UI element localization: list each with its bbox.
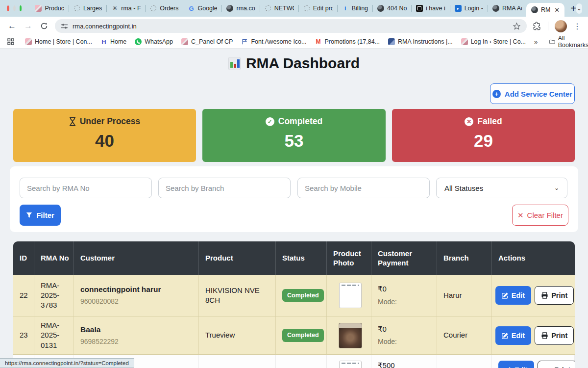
tab-orders[interactable]: Orders bbox=[146, 0, 183, 17]
tab-largest[interactable]: Larges bbox=[69, 0, 106, 17]
reload-button[interactable] bbox=[40, 22, 48, 30]
edit-button[interactable]: Edit bbox=[495, 286, 531, 305]
forward-button[interactable]: → bbox=[24, 21, 32, 31]
product-photo-thumbnail[interactable] bbox=[339, 361, 362, 368]
tab-active-rma[interactable]: RM ✕ bbox=[526, 3, 564, 17]
status-select[interactable]: All Statuses ⌄ bbox=[436, 178, 567, 198]
loading-favicon-icon bbox=[74, 5, 80, 12]
tab-rma-f[interactable]: ✳rma - F bbox=[107, 0, 145, 17]
window-minimize-button[interactable] bbox=[13, 5, 16, 11]
print-button[interactable]: Print bbox=[535, 326, 574, 345]
clear-filter-button[interactable]: ✕ Clear Filter bbox=[512, 205, 568, 226]
cell-actions: Edit Print bbox=[492, 275, 575, 316]
bookmark-rma-instructions[interactable]: RMA Instructions |... bbox=[388, 38, 453, 45]
tab-close-icon[interactable]: ✕ bbox=[554, 6, 560, 14]
store-favicon-icon bbox=[181, 38, 188, 45]
cell-customer: connectingpoint harur 9600820082 bbox=[74, 275, 199, 316]
tab-label: Billing bbox=[352, 5, 368, 12]
stat-card-under-process[interactable]: Under Process 40 bbox=[13, 109, 196, 162]
tab-label: NETWO bbox=[274, 5, 294, 12]
bookmark-fontawesome[interactable]: Font Awesome Ico... bbox=[241, 38, 306, 45]
tab-search-chevron-icon[interactable]: ⌄ bbox=[576, 3, 582, 14]
tabs-container: Produc Larges ✳rma - F Orders GGoogle rm… bbox=[30, 0, 564, 17]
tab-label: RM bbox=[541, 6, 550, 13]
payment-mode: Mode: bbox=[378, 337, 433, 346]
status-badge: Completed bbox=[282, 289, 324, 302]
table-header-row: ID RMA No Customer Product Status Produc… bbox=[13, 241, 575, 275]
new-tab-button[interactable]: + bbox=[570, 3, 576, 14]
bookmark-label: Font Awesome Ico... bbox=[251, 38, 306, 45]
customer-name: Baala bbox=[80, 325, 195, 335]
bar-chart-icon bbox=[228, 57, 241, 70]
header-customer-payment: Customer Payment bbox=[371, 241, 437, 275]
stat-card-completed[interactable]: ✓ Completed 53 bbox=[202, 109, 386, 162]
payment-amount: ₹0 bbox=[378, 284, 433, 294]
product-photo-thumbnail[interactable] bbox=[339, 283, 362, 308]
extensions-puzzle-icon[interactable] bbox=[533, 22, 541, 30]
header-branch: Branch bbox=[437, 241, 492, 275]
back-button[interactable]: ← bbox=[8, 21, 16, 31]
globe-favicon-icon bbox=[226, 5, 233, 12]
print-button[interactable]: Print bbox=[538, 361, 575, 368]
add-service-center-button[interactable]: + Add Service Center bbox=[490, 83, 575, 104]
print-label: Print bbox=[551, 332, 567, 340]
bookmark-promotions[interactable]: MPromotions (17,84... bbox=[315, 38, 380, 45]
bookmark-cpanel[interactable]: C_Panel Of CP bbox=[181, 38, 233, 45]
stat-card-failed[interactable]: ✕ Failed 29 bbox=[392, 109, 575, 162]
bookmark-label: C_Panel Of CP bbox=[191, 38, 233, 45]
loading-favicon-icon bbox=[303, 5, 310, 12]
payment-amount: ₹0 bbox=[378, 324, 433, 334]
tab-rma-co[interactable]: rma.co bbox=[222, 0, 259, 17]
url-text[interactable]: rma.connectingpoint.in bbox=[73, 23, 137, 30]
tab-google[interactable]: GGoogle bbox=[183, 0, 221, 17]
address-bar[interactable]: rma.connectingpoint.in bbox=[55, 19, 527, 33]
bookmarks-overflow-chevron-icon[interactable]: » bbox=[534, 38, 538, 46]
plus-circle-icon: + bbox=[492, 90, 501, 98]
cell-customer: Baala 9698522292 bbox=[74, 316, 199, 354]
tab-product[interactable]: Produc bbox=[30, 0, 69, 17]
header-status: Status bbox=[276, 241, 327, 275]
print-label: Print bbox=[554, 366, 570, 368]
apps-grid-icon[interactable] bbox=[7, 38, 14, 45]
bookmark-whatsapp[interactable]: WhatsApp bbox=[135, 38, 173, 45]
tab-network[interactable]: NETWO bbox=[260, 0, 298, 17]
chrome-menu-icon[interactable]: ⋮ bbox=[573, 22, 581, 31]
store-favicon-icon bbox=[25, 38, 32, 45]
product-photo-thumbnail[interactable] bbox=[339, 323, 362, 348]
tab-label: RMA Ac bbox=[502, 5, 522, 12]
print-button[interactable]: Print bbox=[535, 286, 574, 305]
window-close-button[interactable] bbox=[7, 5, 9, 11]
bookmark-home[interactable]: HHome bbox=[100, 38, 126, 45]
window-zoom-button[interactable] bbox=[20, 5, 22, 11]
filter-panel: All Statuses ⌄ Filter ✕ Clear Filter bbox=[10, 166, 578, 232]
search-branch-input[interactable] bbox=[158, 178, 291, 198]
bookmark-home-store[interactable]: Home | Store | Con... bbox=[25, 38, 92, 45]
tab-404[interactable]: 404 No bbox=[373, 0, 411, 17]
bookmark-login-store[interactable]: Log In ‹ Store | Co... bbox=[461, 38, 526, 45]
search-rma-input[interactable] bbox=[20, 178, 152, 198]
globe-favicon-icon bbox=[377, 5, 384, 12]
tab-label: i have i bbox=[426, 5, 445, 12]
tab-i-have[interactable]: i have i bbox=[412, 0, 450, 17]
tab-login[interactable]: ▸Login - bbox=[450, 0, 488, 17]
tab-rma-ac[interactable]: RMA Ac bbox=[488, 0, 526, 17]
edit-button[interactable]: Edit bbox=[495, 326, 531, 345]
status-bar-url: https://rma.connectingpoint.in/?status=C… bbox=[0, 358, 134, 368]
bookmark-label: Home | Store | Con... bbox=[35, 38, 92, 45]
search-mobile-input[interactable] bbox=[297, 178, 430, 198]
bookmark-star-icon[interactable] bbox=[513, 22, 521, 30]
all-bookmarks-button[interactable]: All Bookmarks bbox=[549, 35, 588, 49]
browser-toolbar: ← → rma.connectingpoint.in ⋮ bbox=[0, 17, 588, 35]
edit-button[interactable]: Edit bbox=[498, 361, 534, 368]
funnel-icon bbox=[26, 212, 32, 218]
edit-label: Edit bbox=[512, 332, 525, 340]
tab-billing[interactable]: iBilling bbox=[338, 0, 372, 17]
header-rma-no: RMA No bbox=[34, 241, 74, 275]
tab-edit-product[interactable]: Edit pro bbox=[299, 0, 337, 17]
customer-name: connectingpoint harur bbox=[80, 285, 195, 295]
filter-button[interactable]: Filter bbox=[20, 205, 61, 226]
print-label: Print bbox=[551, 291, 567, 299]
site-settings-icon[interactable] bbox=[61, 23, 68, 30]
header-id: ID bbox=[13, 241, 34, 275]
profile-avatar[interactable] bbox=[555, 20, 567, 32]
